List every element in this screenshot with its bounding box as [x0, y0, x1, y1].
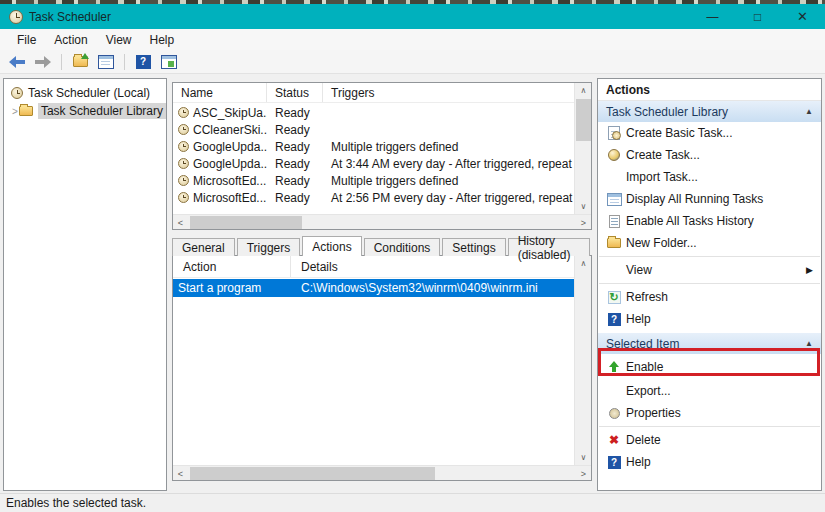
task-status: Ready: [267, 174, 323, 188]
maximize-button[interactable]: □: [735, 4, 780, 29]
back-button[interactable]: [6, 52, 28, 72]
task-name: MicrosoftEd...: [193, 191, 266, 205]
action-item-help-selected[interactable]: ? Help: [598, 451, 821, 473]
action-item-export[interactable]: Export...: [598, 380, 821, 402]
tree-item-task-scheduler-local[interactable]: Task Scheduler (Local): [4, 84, 166, 102]
close-button[interactable]: ✕: [780, 4, 825, 29]
actions-pane-title: Actions: [598, 79, 821, 101]
tree-item-task-scheduler-library[interactable]: > Task Scheduler Library: [4, 102, 166, 120]
scroll-left-icon[interactable]: <: [173, 466, 188, 481]
task-status: Ready: [267, 106, 323, 120]
help-button[interactable]: ?: [132, 52, 154, 72]
task-triggers: Multiple triggers defined: [323, 140, 574, 154]
action-item-label: View: [626, 263, 652, 277]
action-item-properties[interactable]: Properties: [598, 402, 821, 424]
task-status: Ready: [267, 123, 323, 137]
task-name: ASC_SkipUa...: [193, 106, 267, 120]
horizontal-scrollbar[interactable]: < >: [173, 465, 591, 480]
vertical-scrollbar[interactable]: ∧ ∨: [574, 83, 591, 214]
task-name: CCleanerSki...: [193, 123, 267, 137]
toolbar-separator: [61, 54, 62, 70]
action-item-label: Export...: [626, 384, 671, 398]
tab-conditions[interactable]: Conditions: [364, 238, 441, 256]
scroll-left-icon[interactable]: <: [173, 215, 188, 230]
action-item-enable-all-tasks-history[interactable]: Enable All Tasks History: [598, 210, 821, 232]
collapse-icon[interactable]: ▲: [805, 339, 813, 348]
scrollbar-thumb[interactable]: [576, 99, 591, 141]
toolbar-separator: [124, 54, 125, 70]
task-rows: ASC_SkipUa... Ready CCleanerSki... Ready…: [173, 104, 574, 214]
task-name-cell: MicrosoftEd...: [173, 191, 267, 205]
collapse-icon[interactable]: ▲: [805, 107, 813, 116]
forward-arrow-icon: [35, 56, 51, 68]
tab-actions[interactable]: Actions: [302, 236, 361, 256]
status-text: Enables the selected task.: [6, 496, 146, 510]
table-row[interactable]: MicrosoftEd... Ready At 2:56 PM every da…: [173, 189, 574, 206]
table-row[interactable]: GoogleUpda... Ready At 3:44 AM every day…: [173, 155, 574, 172]
task-scheduler-window: Task Scheduler — □ ✕ File Action View He…: [0, 0, 825, 512]
section-header-task-scheduler-library[interactable]: Task Scheduler Library ▲: [598, 101, 821, 122]
action-item-label: Create Basic Task...: [626, 126, 733, 140]
action-item-create-task[interactable]: Create Task...: [598, 144, 821, 166]
tab-general[interactable]: General: [172, 238, 235, 256]
vertical-scrollbar[interactable]: ∧ ∨: [574, 256, 591, 465]
action-item-display-all-running-tasks[interactable]: Display All Running Tasks: [598, 188, 821, 210]
task-name-cell: CCleanerSki...: [173, 123, 267, 137]
action-item-delete[interactable]: ✖ Delete: [598, 429, 821, 451]
menu-view[interactable]: View: [97, 31, 141, 49]
column-header-action[interactable]: Action: [173, 256, 291, 277]
table-row[interactable]: CCleanerSki... Ready: [173, 121, 574, 138]
menu-action[interactable]: Action: [45, 31, 96, 49]
tab-triggers[interactable]: Triggers: [237, 238, 301, 256]
action-item-label: Import Task...: [626, 170, 698, 184]
details-cell: C:\Windows\System32\winrm\0409\winrm.ini: [291, 281, 574, 295]
menu-help[interactable]: Help: [141, 31, 184, 49]
scroll-right-icon[interactable]: >: [576, 466, 591, 481]
minimize-button[interactable]: —: [690, 4, 735, 29]
task-status: Ready: [267, 157, 323, 171]
action-item-new-folder[interactable]: New Folder...: [598, 232, 821, 254]
action-item-import-task[interactable]: Import Task...: [598, 166, 821, 188]
tab-settings[interactable]: Settings: [442, 238, 505, 256]
selected-action-row[interactable]: Start a program C:\Windows\System32\winr…: [173, 279, 574, 297]
running-tasks-icon: [607, 193, 622, 206]
help-icon: ?: [136, 55, 151, 69]
table-row[interactable]: ASC_SkipUa... Ready: [173, 104, 574, 121]
column-header-status[interactable]: Status: [267, 83, 323, 102]
create-basic-task-icon: [607, 126, 621, 140]
action-item-create-basic-task[interactable]: Create Basic Task...: [598, 122, 821, 144]
separator: [599, 256, 820, 257]
horizontal-scrollbar[interactable]: < >: [173, 214, 591, 229]
action-item-help[interactable]: ? Help: [598, 308, 821, 330]
app-clock-icon: [9, 10, 23, 24]
task-name-cell: MicrosoftEd...: [173, 174, 267, 188]
up-folder-button[interactable]: [69, 52, 91, 72]
action-item-view[interactable]: View ▶: [598, 259, 821, 281]
scrollbar-thumb[interactable]: [190, 467, 435, 480]
scroll-down-icon[interactable]: ∨: [575, 450, 592, 465]
action-cell: Start a program: [173, 281, 291, 295]
action-item-refresh[interactable]: ↻ Refresh: [598, 286, 821, 308]
show-action-pane-button[interactable]: [158, 52, 180, 72]
show-console-tree-button[interactable]: [95, 52, 117, 72]
chevron-right-icon[interactable]: >: [12, 106, 19, 117]
task-triggers: Multiple triggers defined: [323, 174, 574, 188]
actions-pane: Actions Task Scheduler Library ▲ Create …: [597, 78, 822, 491]
tab-history[interactable]: History (disabled): [508, 238, 590, 256]
scrollbar-thumb[interactable]: [190, 216, 302, 229]
tree-library-label: Task Scheduler Library: [38, 103, 166, 119]
column-header-triggers[interactable]: Triggers: [323, 83, 591, 102]
scroll-up-icon[interactable]: ∧: [575, 83, 592, 98]
table-row[interactable]: MicrosoftEd... Ready Multiple triggers d…: [173, 172, 574, 189]
task-status: Ready: [267, 191, 323, 205]
forward-button[interactable]: [32, 52, 54, 72]
scroll-right-icon[interactable]: >: [576, 215, 591, 230]
menu-file[interactable]: File: [8, 31, 45, 49]
history-icon: [609, 215, 620, 228]
delete-x-icon: ✖: [609, 434, 619, 446]
column-header-name[interactable]: Name: [173, 83, 267, 102]
task-clock-icon: [178, 192, 189, 203]
scroll-down-icon[interactable]: ∨: [575, 199, 592, 214]
title-bar[interactable]: Task Scheduler — □ ✕: [0, 4, 825, 29]
table-row[interactable]: GoogleUpda... Ready Multiple triggers de…: [173, 138, 574, 155]
